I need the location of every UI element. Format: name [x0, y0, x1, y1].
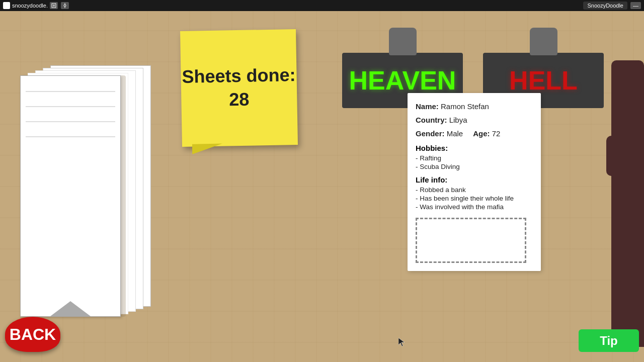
- hobby-2: - Scuba Diving: [416, 163, 533, 170]
- age-value: 72: [492, 129, 501, 138]
- name-row: Name: Ramon Stefan: [416, 101, 533, 112]
- age-label: Age:: [473, 129, 490, 138]
- character-info-card: Name: Ramon Stefan Country: Libya Gender…: [408, 93, 541, 271]
- life-info-3: - Was involved with the mafia: [416, 203, 533, 211]
- sticky-note-text: Sheets done: 28: [182, 63, 296, 113]
- life-info-1: - Robbed a bank: [416, 186, 533, 194]
- paper-shadow: [121, 75, 126, 317]
- hell-label: HELL: [509, 65, 578, 96]
- topbar-right: SnoozyDoodle —: [583, 2, 641, 10]
- paper-line-1: [26, 91, 115, 92]
- minimize-button[interactable]: —: [630, 2, 641, 9]
- stamp-area[interactable]: [416, 218, 526, 263]
- hobbies-title: Hobbies:: [416, 144, 533, 152]
- gender-row-text: Gender: Male: [416, 128, 463, 139]
- topbar-settings-icon[interactable]: [61, 2, 69, 9]
- logo-text: snoozydoodle.: [12, 3, 48, 9]
- country-row: Country: Libya: [416, 115, 533, 125]
- age-row-text: Age: 72: [473, 128, 500, 139]
- dark-figure: [611, 60, 644, 347]
- heaven-label: HEAVEN: [349, 65, 456, 96]
- back-button[interactable]: BACK: [5, 317, 60, 352]
- papers-stack: [20, 65, 151, 317]
- gender-value: Male: [447, 129, 463, 138]
- paper-front: [20, 75, 121, 317]
- topbar-icons: [50, 2, 69, 9]
- country-label: Country:: [416, 116, 447, 124]
- sticky-note: Sheets done: 28: [180, 29, 298, 147]
- paper-line-4: [26, 136, 115, 137]
- heaven-post-top-wrap: [342, 28, 463, 55]
- gender-label: Gender:: [416, 129, 445, 138]
- topbar-logo: snoozydoodle.: [3, 2, 48, 9]
- name-label: Name:: [416, 102, 439, 111]
- topbar: snoozydoodle. SnoozyDoodle —: [0, 0, 644, 11]
- country-value: Libya: [449, 116, 467, 124]
- svg-rect-0: [52, 4, 56, 8]
- hell-post-top: [530, 28, 557, 55]
- hobby-1: - Rafting: [416, 154, 533, 162]
- paper-line-2: [26, 106, 115, 107]
- tip-button-label: Tip: [600, 334, 618, 348]
- heaven-post-top: [389, 28, 417, 55]
- figure-arm: [606, 136, 616, 176]
- life-info-title: Life info:: [416, 175, 533, 184]
- sheets-done-label: Sheets done:: [182, 64, 296, 87]
- paper-line-3: [26, 121, 115, 122]
- life-info-2: - Has been single their whole life: [416, 195, 533, 202]
- svg-point-3: [64, 5, 66, 7]
- gender-age-row: Gender: Male Age: 72: [416, 128, 533, 139]
- topbar-file-icon[interactable]: [50, 2, 58, 9]
- name-value: Ramon Stefan: [441, 102, 489, 111]
- hell-post-top-wrap: [483, 28, 604, 55]
- sheets-count: 28: [229, 89, 250, 110]
- paper-fold: [50, 301, 91, 316]
- logo-icon: [3, 2, 10, 9]
- username-label: SnoozyDoodle: [583, 2, 627, 10]
- tip-button[interactable]: Tip: [579, 329, 639, 352]
- back-button-label: BACK: [10, 325, 56, 344]
